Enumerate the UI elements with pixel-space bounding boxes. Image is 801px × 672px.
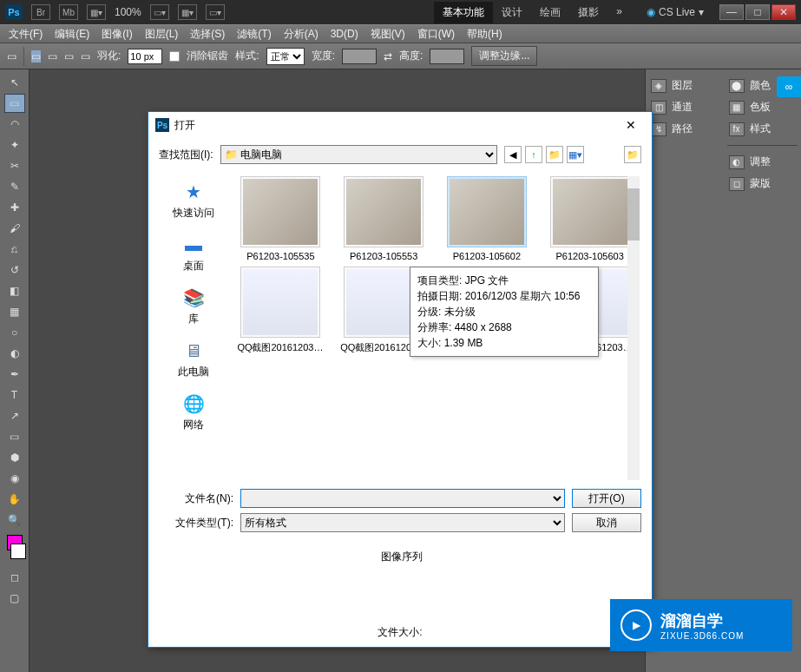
shape-tool-icon[interactable]: ▭	[4, 427, 25, 446]
menu-filter[interactable]: 滤镜(T)	[233, 25, 274, 43]
menu-analysis[interactable]: 分析(A)	[280, 25, 322, 43]
workspace-essentials[interactable]: 基本功能	[434, 2, 493, 23]
cloud-tab-icon[interactable]: ∞	[777, 76, 801, 97]
menu-window[interactable]: 窗口(W)	[414, 25, 458, 43]
minibridge-icon[interactable]: Mb	[59, 4, 78, 20]
menu-image[interactable]: 图像(I)	[98, 25, 135, 43]
menu-help[interactable]: 帮助(H)	[463, 25, 506, 43]
menu-3d[interactable]: 3D(D)	[327, 26, 362, 42]
panel-adjust[interactable]: ◐调整	[727, 151, 798, 173]
place-libraries[interactable]: 📚库	[163, 282, 224, 330]
gradient-tool-icon[interactable]: ▦	[4, 302, 25, 321]
brush-tool-icon[interactable]: 🖌	[4, 219, 25, 238]
screen-switch-icon[interactable]: ▢	[4, 589, 25, 608]
panel-swatches[interactable]: ▦色板	[727, 96, 798, 118]
file-item[interactable]: P61203-105535	[233, 176, 329, 261]
nav-up-icon[interactable]: ↑	[525, 146, 542, 163]
panel-layers[interactable]: ◈图层	[649, 75, 720, 96]
panel-masks[interactable]: ◻蒙版	[727, 173, 798, 194]
paths-icon: ↯	[651, 122, 666, 136]
new-selection-icon[interactable]: ▭	[31, 50, 41, 63]
filename-input[interactable]	[240, 489, 565, 508]
panel-styles[interactable]: fx样式	[727, 118, 798, 140]
add-selection-icon[interactable]: ▭	[48, 50, 57, 63]
filetype-select[interactable]: 所有格式	[240, 513, 565, 532]
file-list[interactable]: P61203-105535P61203-105553P61203-105602P…	[228, 173, 641, 484]
bridge-icon[interactable]: Br	[31, 4, 50, 20]
nav-view-icon[interactable]: ▦▾	[567, 146, 584, 163]
desktop-icon: ▬	[180, 233, 207, 257]
place-network[interactable]: 🌐网络	[163, 388, 224, 436]
type-tool-icon[interactable]: T	[4, 385, 25, 405]
tool-preset-icon[interactable]: ▭	[7, 50, 16, 63]
menu-layer[interactable]: 图层(L)	[141, 25, 182, 43]
blur-tool-icon[interactable]: ○	[4, 323, 25, 342]
lookup-select[interactable]: 📁 电脑电脑	[220, 145, 497, 164]
dialog-close-button[interactable]: ✕	[617, 115, 645, 135]
workspace-painting[interactable]: 绘画	[531, 2, 569, 23]
intersect-selection-icon[interactable]: ▭	[81, 50, 90, 63]
pen-tool-icon[interactable]: ✒	[4, 365, 25, 384]
color-icon: ⬤	[729, 79, 745, 93]
place-quickaccess[interactable]: ★快速访问	[163, 176, 224, 224]
height-input[interactable]	[430, 49, 464, 64]
refine-edge-button[interactable]: 调整边缘...	[471, 46, 537, 66]
nav-back-icon[interactable]: ◀	[504, 146, 522, 163]
menu-view[interactable]: 视图(V)	[367, 25, 409, 43]
eraser-tool-icon[interactable]: ◧	[4, 281, 25, 300]
file-item[interactable]: P61203-105553	[336, 176, 432, 261]
3d-tool-icon[interactable]: ⬢	[4, 448, 25, 467]
file-scrollbar[interactable]	[627, 176, 640, 480]
eyedropper-tool-icon[interactable]: ✎	[4, 177, 25, 196]
file-item[interactable]: P61203-105602	[439, 176, 535, 261]
cslive-button[interactable]: ◉ CS Live ▾	[640, 6, 711, 18]
extras-icon[interactable]: ▦▾	[178, 4, 197, 20]
menu-edit[interactable]: 编辑(E)	[51, 25, 93, 43]
sub-selection-icon[interactable]: ▭	[64, 50, 74, 63]
swap-icon[interactable]: ⇄	[384, 50, 392, 63]
workspace-design[interactable]: 设计	[493, 2, 531, 23]
dodge-tool-icon[interactable]: ◐	[4, 344, 25, 363]
maximize-button[interactable]: □	[745, 4, 770, 20]
nav-new-icon[interactable]: 📁	[546, 146, 563, 163]
workspace-photo[interactable]: 摄影	[569, 2, 607, 23]
nav-fav-icon[interactable]: 📁	[624, 146, 641, 163]
heal-tool-icon[interactable]: ✚	[4, 198, 25, 217]
arrange-icon[interactable]: ▭▾	[150, 4, 169, 20]
cancel-button[interactable]: 取消	[572, 513, 641, 532]
panel-channels[interactable]: ◫通道	[649, 96, 720, 118]
file-item[interactable]: QQ截图20161203110715	[233, 267, 329, 354]
minimize-button[interactable]: —	[719, 4, 744, 20]
style-select[interactable]: 正常	[266, 48, 305, 65]
stamp-tool-icon[interactable]: ⎌	[4, 240, 25, 259]
place-desktop[interactable]: ▬桌面	[163, 229, 224, 277]
zoom-tool-icon[interactable]: 🔍	[4, 511, 25, 530]
open-button[interactable]: 打开(O)	[572, 489, 641, 508]
workspace-more[interactable]: »	[607, 2, 631, 23]
crop-tool-icon[interactable]: ✂	[4, 156, 25, 175]
quickmask-icon[interactable]: ◻	[4, 568, 25, 587]
feather-input[interactable]	[128, 49, 162, 64]
width-input[interactable]	[342, 49, 377, 64]
3d-cam-icon[interactable]: ◉	[4, 469, 25, 488]
background-swatch[interactable]	[10, 544, 26, 559]
hand-tool-icon[interactable]: ✋	[4, 490, 25, 509]
screenmode-icon[interactable]: ▦▾	[87, 4, 106, 20]
wand-tool-icon[interactable]: ✦	[4, 135, 25, 155]
close-button[interactable]: ✕	[771, 4, 796, 20]
zoom-level[interactable]: 100%	[115, 6, 141, 18]
file-tooltip: 项目类型: JPG 文件 拍摄日期: 2016/12/03 星期六 10:56 …	[410, 267, 599, 357]
menu-file[interactable]: 文件(F)	[5, 25, 46, 43]
move-tool-icon[interactable]: ↖	[4, 73, 25, 92]
antialias-checkbox[interactable]	[169, 51, 180, 62]
place-thispc[interactable]: 🖥此电脑	[163, 335, 224, 383]
path-tool-icon[interactable]: ↗	[4, 406, 25, 425]
menu-select[interactable]: 选择(S)	[187, 25, 228, 43]
panel-paths[interactable]: ↯路径	[649, 118, 720, 140]
lasso-tool-icon[interactable]: ◠	[4, 115, 25, 134]
history-brush-icon[interactable]: ↺	[4, 260, 25, 280]
file-item[interactable]: P61203-105603	[542, 176, 638, 261]
marquee-tool-icon[interactable]: ▭	[4, 94, 25, 113]
main-menubar: 文件(F) 编辑(E) 图像(I) 图层(L) 选择(S) 滤镜(T) 分析(A…	[0, 24, 801, 43]
doc-icon[interactable]: ▭▾	[206, 4, 225, 20]
